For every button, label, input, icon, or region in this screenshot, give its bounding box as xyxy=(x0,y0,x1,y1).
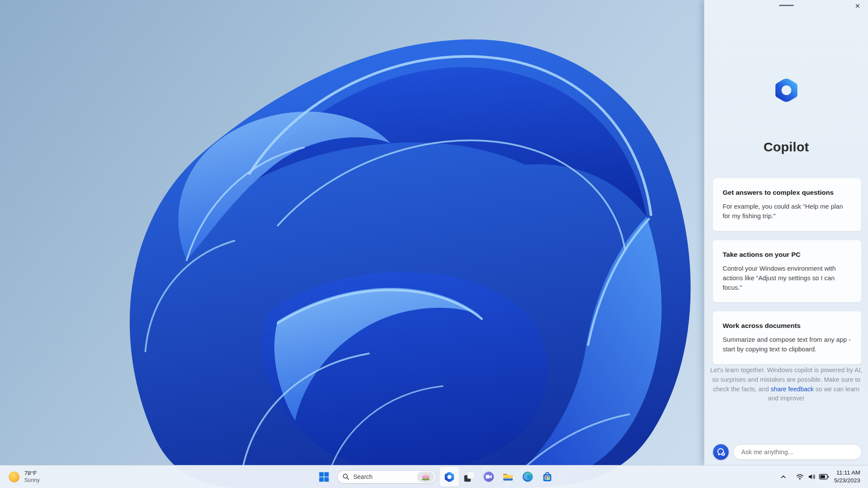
share-feedback-link[interactable]: share feedback xyxy=(771,386,814,393)
clock[interactable]: 11:11 AM 5/23/2023 xyxy=(834,469,860,484)
taskbar-copilot-button[interactable] xyxy=(440,467,459,487)
card-title: Work across documents xyxy=(723,322,852,330)
sun-icon xyxy=(8,471,20,483)
clock-date: 5/23/2023 xyxy=(834,477,860,485)
weather-temperature: 78°F xyxy=(24,470,39,477)
start-button[interactable] xyxy=(314,467,334,487)
card-body: Control your Windows environment with ac… xyxy=(723,264,852,293)
chat-input-row xyxy=(713,444,862,460)
lotus-flower-icon xyxy=(421,473,431,481)
taskbar-file-explorer-button[interactable] xyxy=(498,467,518,487)
chevron-up-icon xyxy=(779,473,787,480)
microsoft-store-icon xyxy=(541,471,553,483)
copilot-logo-icon xyxy=(773,76,800,104)
taskbar-store-button[interactable] xyxy=(537,467,557,487)
copilot-panel-header: ✕ xyxy=(704,0,868,11)
card-body: For example, you could ask “Help me plan… xyxy=(723,202,852,221)
new-chat-icon xyxy=(717,448,725,456)
card-complex-questions[interactable]: Get answers to complex questions For exa… xyxy=(713,178,861,231)
taskbar-task-view-button[interactable] xyxy=(459,467,479,487)
copilot-icon xyxy=(444,471,455,483)
card-body: Summarize and compose text from any app … xyxy=(723,335,852,354)
volume-icon xyxy=(808,473,816,480)
battery-icon xyxy=(819,474,829,480)
taskbar-search-box[interactable] xyxy=(337,470,436,484)
copilot-title: Copilot xyxy=(704,140,868,154)
taskbar-chat-button[interactable] xyxy=(479,467,498,487)
hidden-icons-button[interactable] xyxy=(778,468,789,485)
ask-me-anything-input[interactable] xyxy=(733,444,862,460)
minimize-icon[interactable] xyxy=(779,5,794,6)
file-explorer-icon xyxy=(502,471,514,483)
edge-browser-icon xyxy=(522,471,534,483)
weather-condition: Sunny xyxy=(24,477,39,484)
clock-time: 11:11 AM xyxy=(834,469,860,477)
system-tray: 11:11 AM 5/23/2023 xyxy=(778,465,868,488)
network-volume-battery-button[interactable] xyxy=(794,473,830,480)
card-work-across-documents[interactable]: Work across documents Summarize and comp… xyxy=(713,311,861,364)
weather-widget[interactable]: 78°F Sunny xyxy=(6,465,42,488)
copilot-panel: ✕ Copilot Get answers to complex questio… xyxy=(704,0,868,465)
taskbar-center xyxy=(314,465,557,488)
desktop: ✕ Copilot Get answers to complex questio… xyxy=(0,0,868,488)
task-view-icon xyxy=(463,471,475,483)
suggestion-cards: Get answers to complex questions For exa… xyxy=(713,178,861,364)
card-title: Get answers to complex questions xyxy=(723,189,852,197)
new-chat-button[interactable] xyxy=(713,444,729,460)
search-icon xyxy=(342,473,349,480)
windows-logo-icon xyxy=(319,472,329,482)
card-title: Take actions on your PC xyxy=(723,251,852,259)
taskbar: 78°F Sunny xyxy=(0,465,868,488)
chat-video-icon xyxy=(483,471,495,483)
search-highlight-button[interactable] xyxy=(417,472,434,482)
close-icon[interactable]: ✕ xyxy=(852,1,863,11)
taskbar-edge-button[interactable] xyxy=(518,467,537,487)
ai-disclaimer: Let's learn together. Windows copilot is… xyxy=(710,366,863,403)
wifi-icon xyxy=(796,473,804,480)
card-take-actions[interactable]: Take actions on your PC Control your Win… xyxy=(713,240,861,303)
search-input[interactable] xyxy=(353,473,417,480)
